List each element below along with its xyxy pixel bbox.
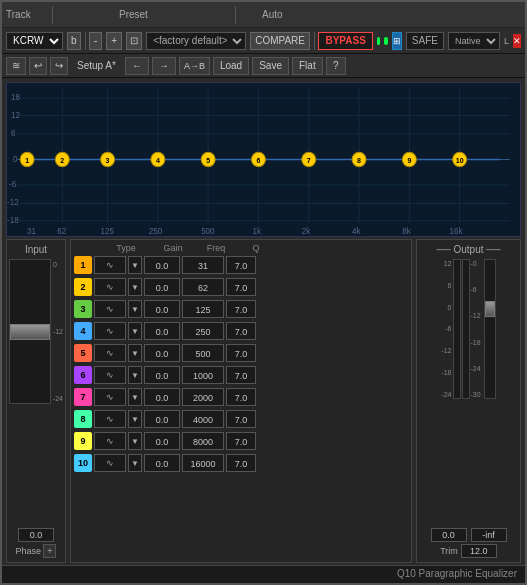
forward-button[interactable]: → (152, 57, 176, 75)
band-type-dropdown-8[interactable]: ▼ (128, 410, 142, 428)
plugin-icon-button[interactable]: ≋ (6, 57, 26, 75)
band-type-8[interactable]: ∿ (94, 410, 126, 428)
band-type-dropdown-10[interactable]: ▼ (128, 454, 142, 472)
bypass-button[interactable]: BYPASS (318, 32, 372, 50)
band-q-2[interactable]: 7.0 (226, 278, 256, 296)
close-button[interactable]: ✕ (513, 34, 521, 48)
band-q-9[interactable]: 7.0 (226, 432, 256, 450)
band-type-7[interactable]: ∿ (94, 388, 126, 406)
input-fader[interactable] (9, 259, 51, 404)
band-type-3[interactable]: ∿ (94, 300, 126, 318)
flat-button[interactable]: Flat (292, 57, 323, 75)
band-num-6[interactable]: 6 (74, 366, 92, 384)
band-q-5[interactable]: 7.0 (226, 344, 256, 362)
band-num-10[interactable]: 10 (74, 454, 92, 472)
band-freq-6[interactable]: 1000 (182, 366, 224, 384)
input-value[interactable]: 0.0 (18, 528, 54, 542)
band-type-dropdown-9[interactable]: ▼ (128, 432, 142, 450)
band-q-4[interactable]: 7.0 (226, 322, 256, 340)
band-q-6[interactable]: 7.0 (226, 366, 256, 384)
band-freq-3[interactable]: 125 (182, 300, 224, 318)
band-q-3[interactable]: 7.0 (226, 300, 256, 318)
band-gain-8[interactable]: 0.0 (144, 410, 180, 428)
band-type-dropdown-2[interactable]: ▼ (128, 278, 142, 296)
band-type-dropdown-1[interactable]: ▼ (128, 256, 142, 274)
plus-button[interactable]: + (106, 32, 122, 50)
band-gain-1[interactable]: 0.0 (144, 256, 180, 274)
back-button[interactable]: ← (125, 57, 149, 75)
inf-value[interactable]: -inf (471, 528, 507, 542)
preset-select[interactable]: <factory default> (146, 32, 246, 50)
band-type-4[interactable]: ∿ (94, 322, 126, 340)
band-num-4[interactable]: 4 (74, 322, 92, 340)
ab-button[interactable]: A→B (179, 57, 210, 75)
band-type-dropdown-4[interactable]: ▼ (128, 322, 142, 340)
band-gain-5[interactable]: 0.0 (144, 344, 180, 362)
band-gain-2[interactable]: 0.0 (144, 278, 180, 296)
svg-text:0: 0 (13, 154, 18, 163)
input-section: Input 0 -12 -24 0.0 (6, 239, 66, 563)
band-gain-4[interactable]: 0.0 (144, 322, 180, 340)
band-type-dropdown-6[interactable]: ▼ (128, 366, 142, 384)
band-num-3[interactable]: 3 (74, 300, 92, 318)
band-num-5[interactable]: 5 (74, 344, 92, 362)
input-fader-handle[interactable] (10, 324, 50, 340)
output-value[interactable]: 0.0 (431, 528, 467, 542)
save-button[interactable]: Save (252, 57, 289, 75)
band-freq-8[interactable]: 4000 (182, 410, 224, 428)
eq-display[interactable]: 18 12 6 0 -6 -12 -18 31 62 125 250 500 1… (6, 82, 521, 237)
undo-button[interactable]: ↩ (29, 57, 47, 75)
band-num-8[interactable]: 8 (74, 410, 92, 428)
svg-text:-12: -12 (7, 198, 19, 207)
help-button[interactable]: ? (326, 57, 346, 75)
redo-button[interactable]: ↪ (50, 57, 68, 75)
band-freq-1[interactable]: 31 (182, 256, 224, 274)
band-type-9[interactable]: ∿ (94, 432, 126, 450)
load-button[interactable]: Load (213, 57, 249, 75)
band-freq-5[interactable]: 500 (182, 344, 224, 362)
phase-button[interactable]: + (43, 544, 56, 558)
band-gain-3[interactable]: 0.0 (144, 300, 180, 318)
native-select[interactable]: Native (448, 32, 500, 50)
band-q-1[interactable]: 7.0 (226, 256, 256, 274)
col-gain: Gain (154, 243, 192, 253)
band-gain-9[interactable]: 0.0 (144, 432, 180, 450)
band-freq-9[interactable]: 8000 (182, 432, 224, 450)
band-type-dropdown-3[interactable]: ▼ (128, 300, 142, 318)
copy-button[interactable]: ⊡ (126, 32, 142, 50)
band-num-9[interactable]: 9 (74, 432, 92, 450)
band-gain-7[interactable]: 0.0 (144, 388, 180, 406)
trim-handle[interactable] (485, 301, 495, 317)
band-gain-10[interactable]: 0.0 (144, 454, 180, 472)
band-type-10[interactable]: ∿ (94, 454, 126, 472)
track-select[interactable]: KCRW (6, 32, 63, 50)
band-type-dropdown-7[interactable]: ▼ (128, 388, 142, 406)
band-q-10[interactable]: 7.0 (226, 454, 256, 472)
band-q-7[interactable]: 7.0 (226, 388, 256, 406)
band-gain-6[interactable]: 0.0 (144, 366, 180, 384)
track-b-button[interactable]: b (67, 32, 81, 50)
band-freq-10[interactable]: 16000 (182, 454, 224, 472)
safe-button[interactable]: SAFE (406, 32, 444, 50)
phase-label: Phase (16, 546, 42, 556)
band-type-6[interactable]: ∿ (94, 366, 126, 384)
band-q-8[interactable]: 7.0 (226, 410, 256, 428)
band-type-dropdown-5[interactable]: ▼ (128, 344, 142, 362)
trim-fader[interactable] (484, 259, 496, 399)
band-num-7[interactable]: 7 (74, 388, 92, 406)
compare-button[interactable]: COMPARE (250, 32, 310, 50)
minus-button[interactable]: - (89, 32, 102, 50)
link-button[interactable]: ⊞ (392, 32, 402, 50)
band-num-2[interactable]: 2 (74, 278, 92, 296)
band-type-5[interactable]: ∿ (94, 344, 126, 362)
band-type-2[interactable]: ∿ (94, 278, 126, 296)
band-row-9: 9∿▼0.080007.0 (74, 431, 408, 451)
trim-value[interactable]: 12.0 (461, 544, 497, 558)
controls-row: KCRW b - + ⊡ <factory default> COMPARE B… (2, 28, 525, 54)
svg-text:3: 3 (106, 157, 110, 165)
band-type-1[interactable]: ∿ (94, 256, 126, 274)
band-freq-7[interactable]: 2000 (182, 388, 224, 406)
band-freq-4[interactable]: 250 (182, 322, 224, 340)
band-freq-2[interactable]: 62 (182, 278, 224, 296)
band-num-1[interactable]: 1 (74, 256, 92, 274)
